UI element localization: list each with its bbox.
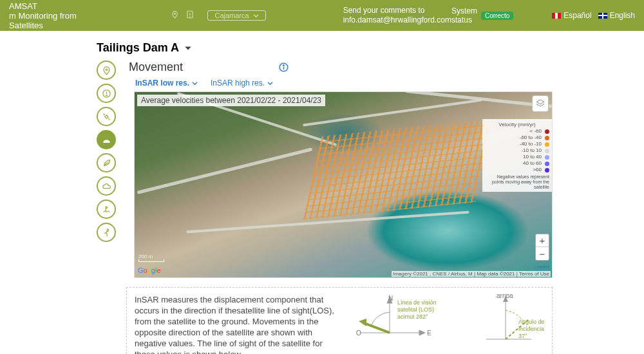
compass-e: E [427, 330, 431, 337]
rail-pin[interactable] [97, 61, 116, 80]
svg-line-20 [363, 322, 390, 333]
rail-ground[interactable] [97, 130, 116, 149]
velocity-legend: Velocity (mm/yr) < -60-60 to -40-40 to -… [482, 119, 552, 192]
brand-subtitle: m Monitoring from Satellites [9, 11, 79, 30]
svg-point-14 [283, 65, 284, 66]
legend-label: -10 to 10 [521, 147, 542, 154]
rail-run[interactable] [97, 223, 116, 242]
insar-tabs: InSAR low res. InSAR high res. [135, 79, 273, 88]
svg-text:acimut 282°: acimut 282° [397, 313, 428, 320]
svg-text:satelital (LOS): satelital (LOS) [397, 306, 434, 313]
legend-swatch [545, 149, 549, 153]
comment-line1: Send your comments to [343, 6, 451, 15]
insar-diagrams: N O E Línea de visión satelital (LOS) ac… [351, 294, 544, 354]
chevron-down-icon [253, 13, 259, 19]
legend-swatch [545, 162, 549, 166]
legend-row: 40 to 60 [485, 160, 549, 167]
flag-pe-icon [552, 13, 561, 19]
dam-selector[interactable]: Tailings Dam A [97, 41, 192, 55]
legend-label: 10 to 40 [523, 154, 542, 160]
status-badge: Correcto [481, 12, 513, 20]
svg-rect-8 [104, 115, 108, 118]
legend-label: < -60 [530, 128, 542, 135]
legend-swatch [545, 142, 549, 147]
rail-alert[interactable] [97, 84, 116, 103]
legend-swatch [545, 129, 549, 134]
chevron-down-icon [184, 44, 192, 52]
svg-text:Línea de visión: Línea de visión [397, 299, 437, 306]
svg-text:37°: 37° [518, 333, 527, 339]
region-select[interactable]: Cajamarca [207, 10, 265, 21]
flag-en-icon [598, 13, 607, 19]
doc-icon[interactable] [185, 10, 194, 21]
chevron-down-icon [267, 80, 273, 86]
rail-leaf[interactable] [97, 153, 116, 172]
insar-explanation-text: InSAR measures the displacement componen… [135, 294, 338, 354]
legend-row: < -60 [485, 128, 549, 135]
legend-note: Negative values represent points moving … [485, 174, 549, 190]
legend-title: Velocity (mm/yr) [485, 122, 549, 127]
section-rail [97, 61, 116, 242]
brand-title: AMSAT [9, 1, 79, 11]
legend-row: -10 to 10 [485, 147, 549, 154]
scale-bar: 200 m [138, 254, 164, 262]
svg-point-0 [175, 13, 176, 14]
svg-text:arriba: arriba [497, 294, 513, 299]
map-attribution: Imagery ©2021 , CNES / Airbus, M | Map d… [392, 271, 551, 277]
region-selected-value: Cajamarca [214, 12, 249, 19]
rail-satellite[interactable] [97, 107, 116, 126]
system-status: System status Correcto [451, 6, 513, 24]
leaflet-attrib[interactable]: Leaflet [534, 264, 549, 270]
tab-insar-low[interactable]: InSAR low res. [135, 79, 198, 88]
map-canvas[interactable]: Average velocities between 2021/02/22 - … [134, 91, 553, 278]
layer-control[interactable] [532, 95, 549, 112]
compass-o: O [356, 330, 361, 337]
zoom-in-button[interactable]: + [536, 234, 549, 247]
svg-marker-18 [419, 330, 425, 335]
rail-wave[interactable] [97, 200, 116, 219]
zoom-controls: + − [535, 234, 549, 261]
compass-n: N [388, 295, 393, 302]
svg-line-10 [108, 118, 110, 120]
legend-row: -40 to -10 [485, 141, 549, 147]
svg-point-4 [106, 69, 108, 71]
lang-es[interactable]: Español [552, 11, 591, 20]
info-icon[interactable] [278, 62, 289, 75]
top-header: AMSAT m Monitoring from Satellites Cajam… [0, 0, 644, 31]
legend-label: 40 to 60 [523, 160, 542, 167]
tab-insar-low-label: InSAR low res. [135, 79, 189, 88]
svg-marker-21 [359, 319, 366, 326]
legend-label: -40 to -10 [520, 141, 542, 147]
legend-row: 10 to 40 [485, 154, 549, 160]
legend-swatch [545, 155, 549, 160]
legend-row: -60 to -40 [485, 135, 549, 141]
language-switch: Español English [552, 11, 635, 20]
legend-label: >60 [533, 167, 542, 173]
svg-point-11 [107, 228, 109, 230]
legend-swatch [545, 136, 549, 140]
svg-point-3 [190, 17, 191, 17]
legend-label: -60 to -40 [520, 135, 542, 141]
chevron-down-icon [192, 80, 198, 86]
lang-es-label: Español [564, 11, 591, 20]
zoom-out-button[interactable]: − [536, 247, 549, 260]
legend-swatch [545, 168, 549, 172]
svg-text:incidencia: incidencia [518, 326, 544, 332]
google-logo: Google [138, 266, 161, 274]
section-title: Movement [129, 61, 183, 74]
insar-explanation-panel: InSAR measures the displacement componen… [126, 287, 553, 354]
legend-row: >60 [485, 167, 549, 173]
header-action-icons: Cajamarca [171, 9, 265, 22]
map-caption: Average velocities between 2021/02/22 - … [137, 95, 325, 106]
location-icon[interactable] [171, 9, 179, 22]
rail-cloud[interactable] [97, 176, 116, 196]
svg-line-9 [103, 113, 105, 115]
lang-en[interactable]: English [598, 11, 635, 20]
brand: AMSAT m Monitoring from Satellites [9, 1, 79, 30]
scale-label: 200 m [138, 254, 153, 259]
tab-insar-high-label: InSAR high res. [211, 79, 265, 88]
tab-insar-high[interactable]: InSAR high res. [211, 79, 273, 88]
lang-en-label: English [610, 11, 635, 20]
svg-point-7 [106, 95, 106, 95]
dam-title: Tailings Dam A [97, 41, 179, 55]
